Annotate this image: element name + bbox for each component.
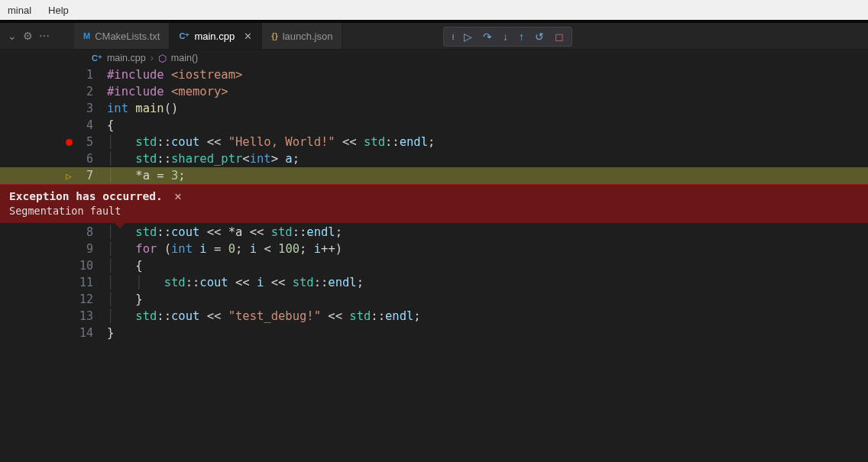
breadcrumb-symbol[interactable]: main() [171,53,198,63]
breakpoint-icon[interactable] [61,135,76,149]
line-number: 4 [76,118,107,132]
step-into-icon[interactable]: ↓ [503,31,508,43]
menu-help[interactable]: Help [45,3,72,18]
line-number: 13 [76,309,107,323]
code-line: 8 │ std::cout << *a << std::endl; [0,224,868,241]
line-number: 12 [76,292,107,306]
step-out-icon[interactable]: ↑ [519,31,524,43]
chevron-right-icon: › [151,53,154,63]
gear-icon[interactable]: ⚙ [23,30,33,42]
line-number: 6 [76,152,107,166]
step-over-icon[interactable]: ↷ [483,31,492,43]
exception-title: Exception has occurred. [9,190,163,202]
tab-label: launch.json [283,31,333,42]
current-line-icon: ▷ [61,170,76,182]
code-line: 13 │ std::cout << "test_debug!" << std::… [0,308,868,325]
restart-icon[interactable]: ↺ [535,31,544,43]
code-line: 4 { [0,117,868,134]
code-line: 12 │ } [0,291,868,308]
exception-banner: Exception has occurred. ✕ Segmentation f… [0,184,868,224]
continue-icon[interactable]: ▷ [464,31,472,43]
tab-main-cpp[interactable]: C⁺ main.cpp ✕ [170,23,262,49]
line-number: 14 [76,326,107,340]
code-line: 3 int main() [0,100,868,117]
line-number: 1 [76,68,107,82]
line-number: 11 [76,276,107,289]
symbol-icon: ⬡ [158,53,167,64]
code-line: 2 #include <memory> [0,83,868,100]
json-icon: {} [271,31,278,40]
line-number: 9 [76,242,107,256]
chevron-down-icon[interactable]: ⌄ [8,30,17,42]
exception-message: Segmentation fault [9,205,859,217]
code-line: 1 #include <iostream> [0,66,868,83]
more-icon[interactable]: ⋯ [39,30,51,42]
close-icon[interactable]: ✕ [174,189,181,203]
debug-toolbar: ⁞⁞ ▷ ↷ ↓ ↑ ↺ ◻ [443,27,572,47]
code-line: 10 │ { [0,257,868,274]
stop-icon[interactable]: ◻ [555,31,564,43]
tab-actions: ⌄ ⚙ ⋯ [0,23,59,49]
cpp-icon: C⁺ [92,53,102,63]
cpp-icon: C⁺ [179,31,189,41]
menu-terminal[interactable]: minal [5,3,34,18]
code-line: 9 │ for (int i = 0; i < 100; i++) [0,241,868,257]
line-number: 8 [76,225,107,239]
code-line: 14 } [0,325,868,341]
line-number: 3 [76,102,107,115]
code-line-current: ▷ 7 │ *a = 3; [0,167,868,184]
code-line: 11 │ │ std::cout << i << std::endl; [0,274,868,291]
line-number: 10 [76,259,107,273]
grip-icon[interactable]: ⁞⁞ [452,33,453,41]
breadcrumb[interactable]: C⁺ main.cpp › ⬡ main() [0,50,868,66]
cmake-icon: M [83,31,90,40]
close-icon[interactable]: ✕ [244,31,252,42]
code-line: 5 │ std::cout << "Hello, World!" << std:… [0,134,868,150]
line-number: 5 [76,135,107,149]
tab-bar: ⌄ ⚙ ⋯ M CMakeLists.txt C⁺ main.cpp ✕ {} … [0,23,868,50]
tab-launch-json[interactable]: {} launch.json [262,23,342,49]
menu-bar: minal Help [0,0,868,20]
line-number: 7 [76,169,107,183]
breadcrumb-file[interactable]: main.cpp [107,53,146,63]
line-number: 2 [76,85,107,99]
tab-cmakelists[interactable]: M CMakeLists.txt [74,23,170,49]
tab-label: main.cpp [194,31,235,42]
exception-pointer-icon [115,223,125,228]
tab-label: CMakeLists.txt [95,31,160,42]
code-editor[interactable]: 1 #include <iostream> 2 #include <memory… [0,66,868,341]
code-line: 6 │ std::shared_ptr<int> a; [0,150,868,167]
